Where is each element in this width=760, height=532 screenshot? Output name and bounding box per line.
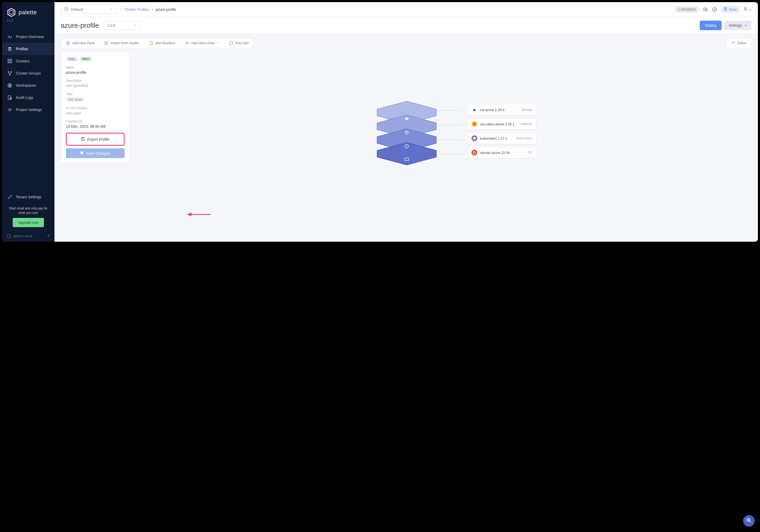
nav-label: Project Overview xyxy=(16,35,44,39)
settings-label: Settings xyxy=(729,23,742,27)
nav-audit-logs[interactable]: Audit Logs xyxy=(2,91,55,104)
file-search-icon xyxy=(7,95,12,100)
breadcrumb-link[interactable]: Cluster Profiles xyxy=(124,7,149,12)
layer-card-network[interactable]: cni-calico-azure 3.26.1 Network xyxy=(467,118,536,130)
chevron-down-icon xyxy=(217,41,219,45)
svg-rect-4 xyxy=(10,59,12,61)
layer-type: Network xyxy=(521,122,532,126)
file-icon xyxy=(149,41,153,45)
tools-icon xyxy=(7,195,12,199)
compass-icon[interactable] xyxy=(712,7,717,12)
nav-project-settings[interactable]: Project Settings xyxy=(2,104,55,116)
svg-point-21 xyxy=(186,42,188,44)
export-profile-button[interactable]: Export Profile xyxy=(66,133,124,146)
nav-tenant-settings[interactable]: Tenant Settings xyxy=(2,191,55,203)
svg-marker-1 xyxy=(9,10,13,14)
nav-label: Audit Logs xyxy=(16,95,33,100)
upgrade-button[interactable]: Upgrade now xyxy=(13,218,44,227)
svg-point-9 xyxy=(9,74,10,75)
chat-icon[interactable] xyxy=(703,7,708,12)
add-zarf-button[interactable]: Add Zarf xyxy=(224,38,253,48)
name-label: Name xyxy=(66,66,124,69)
bar-chart-icon xyxy=(64,7,69,12)
code-icon xyxy=(732,41,736,45)
desc-label: Description xyxy=(66,79,124,82)
breadcrumb: / Cluster Profiles / azure-profile xyxy=(120,7,176,12)
inuse-label: In Use Clusters xyxy=(66,106,124,110)
nav-label: Tenant Settings xyxy=(16,195,41,199)
svg-point-38 xyxy=(473,123,476,125)
layer-card-os[interactable]: ubuntu-azure 22.04 OS xyxy=(467,147,536,158)
footer-brand: spectro cloud xyxy=(13,234,32,238)
svg-rect-3 xyxy=(8,59,9,61)
svg-marker-22 xyxy=(229,41,233,45)
gear-icon xyxy=(7,107,12,112)
layer-card-storage[interactable]: csi-azure 1.28.3 Storage xyxy=(467,104,536,116)
nav-workspaces[interactable]: Workspaces xyxy=(2,79,55,91)
page-title: azure-profile xyxy=(61,22,99,29)
layer-type: Storage xyxy=(521,108,532,112)
project-selector[interactable]: Default xyxy=(61,5,117,14)
save-label: Save Changes xyxy=(86,151,110,156)
export-label: Export Profile xyxy=(87,137,110,141)
add-pack-button[interactable]: Add New Pack xyxy=(61,38,99,48)
layer-name: cni-calico-azure 3.26.1 xyxy=(480,122,518,126)
deploy-button[interactable]: Deploy xyxy=(700,21,722,30)
svg-marker-37 xyxy=(473,108,476,111)
svg-point-18 xyxy=(745,7,746,9)
badge-proj: PROJ xyxy=(79,57,92,61)
plus-circle-icon xyxy=(66,41,70,45)
chevron-left-icon[interactable] xyxy=(47,234,50,238)
brand-name: palette xyxy=(19,9,37,16)
azure-icon xyxy=(471,107,477,113)
nav-label: Profiles xyxy=(16,47,28,51)
breadcrumb-current: azure-profile xyxy=(156,7,176,12)
kubernetes-icon xyxy=(471,135,477,141)
add-helm-button[interactable]: Add Helm chart xyxy=(180,38,224,48)
app-version: 4.2.9 xyxy=(6,19,50,22)
profile-stack-visual xyxy=(351,99,462,173)
download-circle-icon xyxy=(104,41,109,45)
import-cluster-button[interactable]: Import from cluster xyxy=(99,38,144,48)
svg-rect-5 xyxy=(8,62,9,63)
layers-icon xyxy=(7,47,12,51)
version-value: 1.0.0 xyxy=(107,23,116,27)
docs-button[interactable]: Docs xyxy=(721,6,739,13)
nav-profiles[interactable]: Profiles xyxy=(2,43,55,55)
svg-point-7 xyxy=(8,72,9,73)
nav-label: Clusters xyxy=(16,59,29,63)
nodes-icon xyxy=(7,71,12,75)
settings-button[interactable]: Settings xyxy=(724,21,751,30)
add-manifest-button[interactable]: Add Manifest xyxy=(144,38,180,48)
package-icon xyxy=(229,41,233,45)
layer-name: ubuntu-azure 22.04 xyxy=(480,151,525,155)
tool-label: Add New Pack xyxy=(72,41,95,45)
svg-point-43 xyxy=(474,153,474,154)
user-menu[interactable] xyxy=(743,7,751,13)
name-value: azure-profile xyxy=(66,70,124,74)
svg-marker-14 xyxy=(7,234,10,238)
export-icon xyxy=(81,137,85,142)
chevron-down-icon xyxy=(749,7,751,12)
version-selector[interactable]: 1.0.0 xyxy=(103,21,140,30)
layer-card-kubernetes[interactable]: kubernetes 1.27.x Kubernetes xyxy=(467,132,536,144)
tool-label: Add Manifest xyxy=(155,41,175,45)
nav-project-overview[interactable]: Project Overview xyxy=(2,31,55,43)
nav-cluster-groups[interactable]: Cluster Groups xyxy=(2,67,55,79)
spectro-logo-icon xyxy=(6,234,11,238)
nav-label: Workspaces xyxy=(16,83,36,87)
editor-button[interactable]: Editor xyxy=(727,38,751,48)
nav-clusters[interactable]: Clusters xyxy=(2,55,55,67)
tags-label: Tags xyxy=(66,92,124,96)
svg-marker-39 xyxy=(473,137,476,140)
svg-point-41 xyxy=(475,152,476,153)
chart-icon xyxy=(7,34,12,39)
save-changes-button[interactable]: Save Changes xyxy=(66,148,124,158)
tag-chip: env: azure xyxy=(66,97,85,102)
grid-icon xyxy=(7,59,12,64)
desc-value: Not Specified xyxy=(66,83,124,88)
nav-label: Cluster Groups xyxy=(16,71,41,75)
project-name: Default xyxy=(71,7,83,12)
calico-icon xyxy=(471,121,477,127)
badge-full: FULL xyxy=(66,57,78,61)
